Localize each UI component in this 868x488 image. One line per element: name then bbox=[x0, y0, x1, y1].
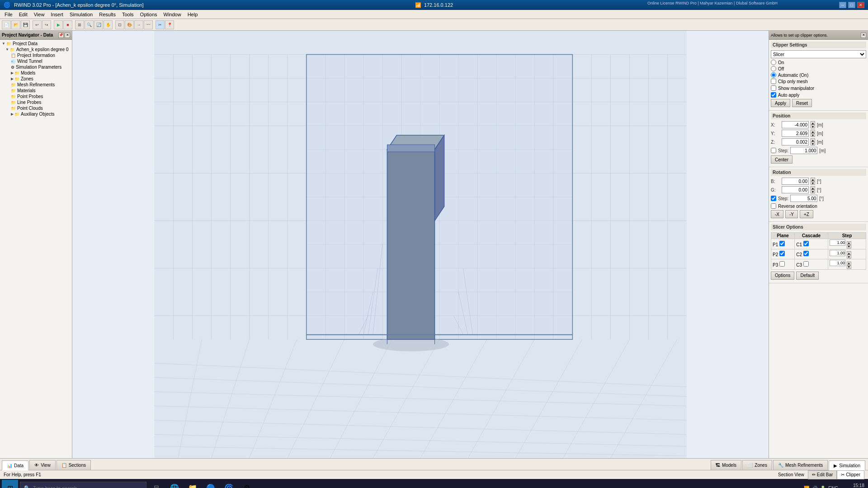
show-manipulator-checkbox[interactable] bbox=[771, 85, 776, 91]
tree-models[interactable]: ▶ 📁 Models bbox=[0, 70, 72, 76]
tree-zones[interactable]: ▶ 📁 Zones bbox=[0, 76, 72, 82]
z-spin-up[interactable]: ▲ bbox=[811, 138, 815, 142]
tree-sim-params[interactable]: ⚙ Simulation Parameters bbox=[0, 64, 72, 70]
position-z-input[interactable] bbox=[782, 138, 809, 145]
tab-data[interactable]: 📊 Data bbox=[2, 460, 28, 470]
step2-down[interactable]: ▼ bbox=[847, 255, 851, 258]
start-button[interactable]: ⊞ bbox=[2, 480, 18, 488]
p2-checkbox[interactable] bbox=[779, 251, 785, 256]
stop-button[interactable]: ■ bbox=[63, 20, 72, 29]
undo-button[interactable]: ↩ bbox=[33, 20, 42, 29]
zoom-fit-button[interactable]: ⊞ bbox=[75, 20, 84, 29]
pan-button[interactable]: ✋ bbox=[104, 20, 113, 29]
pos-z-button[interactable]: +Z bbox=[800, 210, 813, 218]
center-button[interactable]: Center bbox=[771, 155, 793, 164]
c1-checkbox[interactable] bbox=[803, 241, 809, 246]
redo-button[interactable]: ↪ bbox=[42, 20, 51, 29]
tab-view[interactable]: 👁 View bbox=[29, 460, 56, 470]
step3-down[interactable]: ▼ bbox=[847, 265, 851, 269]
mesh-button[interactable]: ⊡ bbox=[115, 20, 124, 29]
chrome-button[interactable]: 🔵 bbox=[203, 480, 219, 488]
step2-input[interactable] bbox=[830, 250, 845, 256]
c2-checkbox[interactable] bbox=[803, 251, 809, 256]
minimize-button[interactable]: ─ bbox=[839, 2, 846, 8]
tree-mesh-refinements[interactable]: 📁 Mesh Refinements bbox=[0, 82, 72, 88]
menu-help[interactable]: Help bbox=[185, 11, 201, 18]
tab-zones[interactable]: ⬜ Zones bbox=[742, 460, 772, 470]
y-spin-down[interactable]: ▼ bbox=[811, 133, 815, 137]
clip-only-mesh-checkbox[interactable] bbox=[771, 79, 776, 84]
step2-up[interactable]: ▲ bbox=[847, 251, 851, 255]
probe-button[interactable]: 📍 bbox=[165, 20, 174, 29]
tab-mesh-refinements[interactable]: 🔧 Mesh Refinements bbox=[773, 460, 828, 470]
taskview-button[interactable]: ⊟ bbox=[148, 480, 165, 488]
rot-step-checkbox[interactable] bbox=[771, 196, 776, 201]
tree-point-clouds[interactable]: 📁 Point Clouds bbox=[0, 105, 72, 111]
menu-simulation[interactable]: Simulation bbox=[67, 11, 95, 18]
menu-file[interactable]: File bbox=[2, 11, 15, 18]
p3-checkbox[interactable] bbox=[779, 261, 785, 267]
tree-auxiliary-objects[interactable]: ▶ 📁 Auxiliary Objects bbox=[0, 111, 72, 117]
step3-input[interactable] bbox=[830, 260, 845, 266]
neg-y-button[interactable]: -Y bbox=[785, 210, 798, 218]
edge-button[interactable]: 🌐 bbox=[166, 480, 183, 488]
clipper-button[interactable]: ✂ bbox=[156, 20, 165, 29]
x-spin-up[interactable]: ▲ bbox=[811, 121, 815, 125]
tree-wind-tunnel[interactable]: 💨 Wind Tunnel bbox=[0, 58, 72, 64]
step-checkbox[interactable] bbox=[771, 148, 776, 153]
run-button[interactable]: ▶ bbox=[54, 20, 63, 29]
apply-button[interactable]: Apply bbox=[771, 99, 790, 107]
clipper-type-select[interactable]: Slicer Box Sphere bbox=[771, 50, 866, 58]
position-x-input[interactable] bbox=[782, 121, 809, 128]
step1-down[interactable]: ▼ bbox=[847, 245, 851, 249]
z-spin-down[interactable]: ▼ bbox=[811, 142, 815, 145]
menu-view[interactable]: View bbox=[31, 11, 47, 18]
tab-models[interactable]: 🏗 Models bbox=[711, 460, 741, 470]
tree-materials[interactable]: 📁 Materials bbox=[0, 88, 72, 94]
nav-close-button[interactable]: ✕ bbox=[65, 33, 70, 38]
edit-bar-tab[interactable]: ✏ Edit Bar bbox=[808, 470, 837, 479]
clipper-off-radio[interactable] bbox=[771, 66, 776, 71]
save-button[interactable]: 💾 bbox=[21, 20, 30, 29]
vector-button[interactable]: → bbox=[134, 20, 143, 29]
tree-project-info[interactable]: 📋 Project Information bbox=[0, 52, 72, 58]
tree-line-probes[interactable]: 📁 Line Probes bbox=[0, 99, 72, 105]
neg-x-button[interactable]: -X bbox=[771, 210, 783, 218]
rotation-g-input[interactable] bbox=[782, 186, 809, 193]
explorer-button[interactable]: 📁 bbox=[184, 480, 201, 488]
menu-window[interactable]: Window bbox=[161, 11, 184, 18]
rotate-button[interactable]: 🔄 bbox=[94, 20, 103, 29]
clipper-on-radio[interactable] bbox=[771, 60, 776, 65]
tab-simulation[interactable]: ▶ Simulation bbox=[829, 460, 865, 470]
contour-button[interactable]: 🎨 bbox=[125, 20, 134, 29]
viewport[interactable] bbox=[72, 31, 769, 458]
tree-project-data[interactable]: ▼ 📁 Project Data bbox=[0, 41, 72, 47]
menu-results[interactable]: Results bbox=[96, 11, 118, 18]
right-panel-close-button[interactable]: ✕ bbox=[861, 33, 866, 38]
b-spin-up[interactable]: ▲ bbox=[811, 178, 815, 181]
tree-point-probes[interactable]: 📁 Point Probes bbox=[0, 94, 72, 99]
position-y-input[interactable] bbox=[782, 130, 809, 137]
g-spin-up[interactable]: ▲ bbox=[811, 186, 815, 190]
open-button[interactable]: 📂 bbox=[11, 20, 20, 29]
tree-achen[interactable]: ▼ 📁 Achen_k epsilon degree 0 bbox=[0, 47, 72, 52]
reverse-orientation-checkbox[interactable] bbox=[771, 203, 776, 209]
maximize-button[interactable]: □ bbox=[848, 2, 855, 8]
options-button[interactable]: Options bbox=[771, 272, 794, 280]
menu-edit[interactable]: Edit bbox=[16, 11, 30, 18]
search-input[interactable] bbox=[33, 485, 132, 488]
auto-apply-checkbox[interactable] bbox=[771, 92, 776, 98]
taskbar-search[interactable]: 🔍 bbox=[20, 482, 146, 488]
p1-checkbox[interactable] bbox=[779, 241, 785, 246]
settings-button[interactable]: ⚙ bbox=[239, 480, 255, 488]
tab-sections[interactable]: 📋 Sections bbox=[57, 460, 91, 470]
rot-step-input[interactable] bbox=[790, 195, 817, 202]
nav-pin-button[interactable]: 📌 bbox=[58, 33, 64, 38]
reset-button[interactable]: Reset bbox=[792, 99, 812, 107]
clipper-tab[interactable]: ✂ Clipper bbox=[837, 470, 864, 479]
step1-input[interactable] bbox=[830, 239, 845, 246]
step-input[interactable] bbox=[790, 147, 817, 154]
step1-up[interactable]: ▲ bbox=[847, 241, 851, 245]
rotation-b-input[interactable] bbox=[782, 178, 809, 185]
x-spin-down[interactable]: ▼ bbox=[811, 125, 815, 128]
